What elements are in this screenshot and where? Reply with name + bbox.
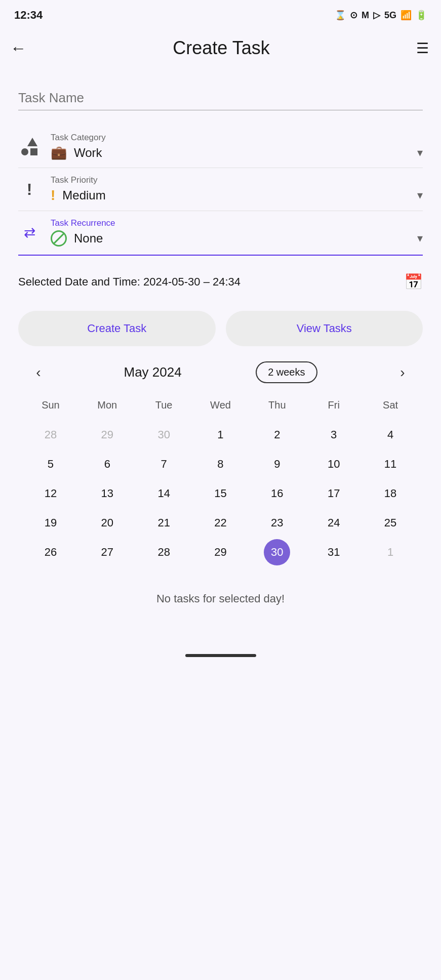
exclamation-icon: !	[27, 180, 32, 199]
calendar-day[interactable]: 30	[264, 539, 290, 565]
work-briefcase-icon: 💼	[51, 145, 67, 160]
calendar-day[interactable]: 25	[362, 508, 419, 538]
task-category-value: Work	[74, 146, 410, 160]
calendar-day[interactable]: 28	[136, 538, 192, 567]
calendar-day[interactable]: 29	[79, 420, 136, 450]
calendar-day[interactable]: 11	[362, 450, 419, 479]
calendar-days: 2829301234567891011121314151617181920212…	[22, 420, 419, 567]
calendar-day[interactable]: 23	[249, 508, 305, 538]
calendar-day[interactable]: 6	[79, 450, 136, 479]
calendar-day[interactable]: 1	[362, 538, 419, 567]
calendar-day[interactable]: 7	[136, 450, 192, 479]
calendar-day[interactable]: 9	[249, 450, 305, 479]
recurrence-icon-container: ⇄	[18, 224, 41, 241]
priority-icon-container: !	[18, 180, 41, 199]
calendar-day[interactable]: 22	[192, 508, 249, 538]
category-dropdown-arrow[interactable]: ▾	[417, 146, 423, 159]
action-buttons: Create Task View Tasks	[18, 311, 423, 346]
weekday-label: Tue	[136, 395, 192, 415]
battery-icon: 🔋	[416, 10, 427, 21]
menu-button[interactable]: ☰	[416, 40, 429, 57]
play-icon: ▷	[373, 10, 380, 21]
task-recurrence-row[interactable]: ⇄ Task Recurrence None ▾	[18, 211, 423, 255]
calendar-day[interactable]: 4	[362, 420, 419, 450]
calendar-day[interactable]: 16	[249, 479, 305, 508]
app-bar: ← Create Task ☰	[0, 30, 441, 66]
task-priority-value-row: ! Medium ▾	[51, 187, 423, 203]
create-task-button[interactable]: Create Task	[18, 311, 216, 346]
calendar-day[interactable]: 1	[192, 420, 249, 450]
repeat-icon: ⇄	[24, 224, 35, 241]
main-content: Task Category 💼 Work ▾ ! Task Priority !…	[0, 66, 441, 631]
task-category-label: Task Category	[51, 133, 423, 143]
task-category-row[interactable]: Task Category 💼 Work ▾	[18, 126, 423, 168]
calendar-day[interactable]: 28	[22, 420, 79, 450]
page-title: Create Task	[173, 37, 269, 59]
task-recurrence-content: Task Recurrence None ▾	[51, 218, 423, 247]
back-button[interactable]: ←	[10, 39, 26, 58]
none-circle-icon	[51, 230, 67, 247]
calendar-day[interactable]: 13	[79, 479, 136, 508]
task-priority-content: Task Priority ! Medium ▾	[51, 175, 423, 203]
task-name-section	[18, 86, 423, 110]
gmail-icon: M	[362, 10, 369, 21]
calendar-weekdays: SunMonTueWedThuFriSat	[22, 395, 419, 415]
calendar-header: ‹ May 2024 2 weeks ›	[22, 361, 419, 383]
view-tasks-button[interactable]: View Tasks	[226, 311, 423, 346]
task-priority-value: Medium	[62, 188, 410, 202]
calendar-day[interactable]: 2	[249, 420, 305, 450]
signal-bars: 📶	[400, 10, 412, 21]
calendar-day[interactable]: 29	[192, 538, 249, 567]
category-shapes-icon	[18, 138, 41, 155]
calendar-day[interactable]: 3	[305, 420, 362, 450]
record-icon: ⊙	[350, 10, 357, 21]
date-time-row: Selected Date and Time: 2024-05-30 – 24:…	[18, 261, 423, 296]
calendar-icon[interactable]: 📅	[404, 273, 423, 291]
calendar-day[interactable]: 12	[22, 479, 79, 508]
weekday-label: Fri	[305, 395, 362, 415]
signal-5g: 5G	[384, 10, 396, 21]
calendar-day[interactable]: 10	[305, 450, 362, 479]
calendar-day[interactable]: 19	[22, 508, 79, 538]
calendar-day[interactable]: 18	[362, 479, 419, 508]
calendar-day[interactable]: 17	[305, 479, 362, 508]
task-recurrence-value: None	[74, 231, 410, 246]
calendar-day[interactable]: 8	[192, 450, 249, 479]
bottom-bar	[0, 646, 441, 662]
weekday-label: Wed	[192, 395, 249, 415]
task-priority-row[interactable]: ! Task Priority ! Medium ▾	[18, 168, 423, 211]
status-time: 12:34	[14, 9, 43, 22]
calendar-day[interactable]: 27	[79, 538, 136, 567]
calendar-day[interactable]: 24	[305, 508, 362, 538]
task-priority-label: Task Priority	[51, 175, 423, 185]
calendar: ‹ May 2024 2 weeks › SunMonTueWedThuFriS…	[18, 361, 423, 567]
task-recurrence-value-row: None ▾	[51, 230, 423, 247]
recurrence-dropdown-arrow[interactable]: ▾	[417, 232, 423, 245]
calendar-day[interactable]: 20	[79, 508, 136, 538]
recurrence-underline	[18, 255, 423, 256]
no-tasks-message: No tasks for selected day!	[18, 582, 423, 616]
weekday-label: Mon	[79, 395, 136, 415]
weekday-label: Sun	[22, 395, 79, 415]
calendar-day[interactable]: 31	[305, 538, 362, 567]
calendar-month-year: May 2024	[124, 364, 181, 380]
calendar-day[interactable]: 26	[22, 538, 79, 567]
calendar-day[interactable]: 14	[136, 479, 192, 508]
calendar-next-button[interactable]: ›	[391, 364, 414, 381]
status-bar: 12:34 ⌛ ⊙ M ▷ 5G 📶 🔋	[0, 0, 441, 30]
calendar-day[interactable]: 21	[136, 508, 192, 538]
status-icons: ⌛ ⊙ M ▷ 5G 📶 🔋	[335, 10, 427, 21]
bottom-nav-indicator	[185, 654, 256, 657]
task-name-input[interactable]	[18, 86, 423, 110]
calendar-day[interactable]: 15	[192, 479, 249, 508]
calendar-day[interactable]: 5	[22, 450, 79, 479]
calendar-prev-button[interactable]: ‹	[27, 364, 50, 381]
calendar-day[interactable]: 30	[136, 420, 192, 450]
hourglass-icon: ⌛	[335, 10, 346, 21]
weekday-label: Thu	[249, 395, 305, 415]
calendar-view-mode-button[interactable]: 2 weeks	[256, 361, 317, 383]
selected-date-text: Selected Date and Time: 2024-05-30 – 24:…	[18, 275, 240, 289]
priority-dropdown-arrow[interactable]: ▾	[417, 189, 423, 202]
priority-exclamation-icon: !	[51, 187, 55, 203]
task-category-content: Task Category 💼 Work ▾	[51, 133, 423, 160]
